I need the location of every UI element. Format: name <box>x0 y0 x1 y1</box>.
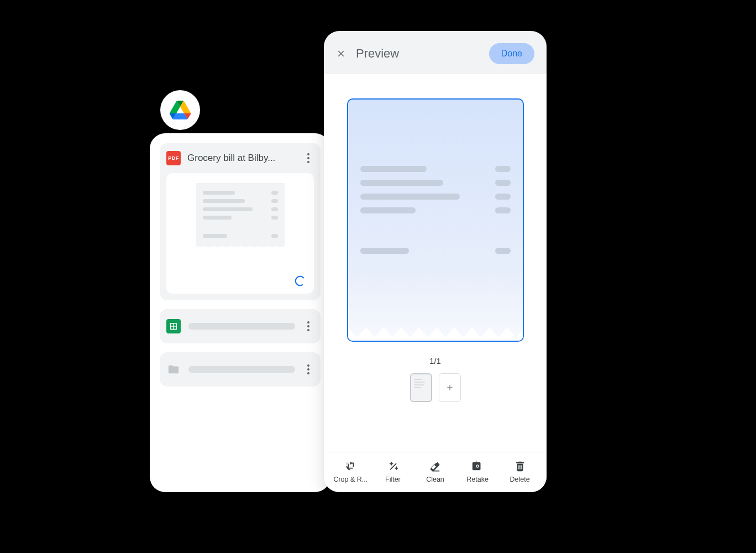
file-preview-thumbnail <box>166 173 314 294</box>
page-counter: 1/1 <box>429 356 441 366</box>
crop-rotate-button[interactable]: Crop & R... <box>332 460 369 483</box>
file-item-pdf[interactable]: PDF Grocery bill at Bilby... <box>160 143 321 300</box>
scanner-toolbar: Crop & R... Filter Clean Retake Delete <box>324 452 547 492</box>
delete-button[interactable]: Delete <box>502 460 538 483</box>
file-title-placeholder <box>188 323 295 330</box>
file-title: Grocery bill at Bilby... <box>187 153 296 164</box>
close-icon[interactable] <box>336 49 346 59</box>
svg-point-5 <box>477 466 479 467</box>
trash-icon <box>514 460 526 472</box>
google-drive-logo <box>160 90 200 130</box>
file-title-placeholder <box>188 366 295 373</box>
more-options-button[interactable] <box>303 364 314 374</box>
folder-icon <box>166 362 181 377</box>
page-thumbnail-1[interactable] <box>410 373 432 402</box>
file-item-folder[interactable] <box>160 352 321 387</box>
drive-file-list-card: PDF Grocery bill at Bilby... <box>150 133 330 492</box>
pdf-icon: PDF <box>166 151 181 165</box>
crop-rotate-icon <box>344 460 356 472</box>
sheets-icon <box>166 319 181 333</box>
scanned-page-preview[interactable] <box>347 98 524 342</box>
camera-icon <box>471 460 484 472</box>
svg-point-0 <box>294 275 306 287</box>
clean-button[interactable]: Clean <box>417 460 453 483</box>
magic-wand-icon <box>387 460 399 472</box>
loading-spinner-icon <box>294 275 306 287</box>
eraser-icon <box>429 460 441 472</box>
filter-button[interactable]: Filter <box>375 460 411 483</box>
preview-title: Preview <box>356 46 479 61</box>
retake-button[interactable]: Retake <box>459 460 496 483</box>
scanner-preview-card: Preview Done 1/1 <box>324 31 547 492</box>
add-page-button[interactable] <box>439 373 461 402</box>
file-item-sheets[interactable] <box>160 309 321 343</box>
done-button[interactable]: Done <box>489 43 534 64</box>
more-options-button[interactable] <box>303 321 314 331</box>
more-options-button[interactable] <box>303 153 314 163</box>
